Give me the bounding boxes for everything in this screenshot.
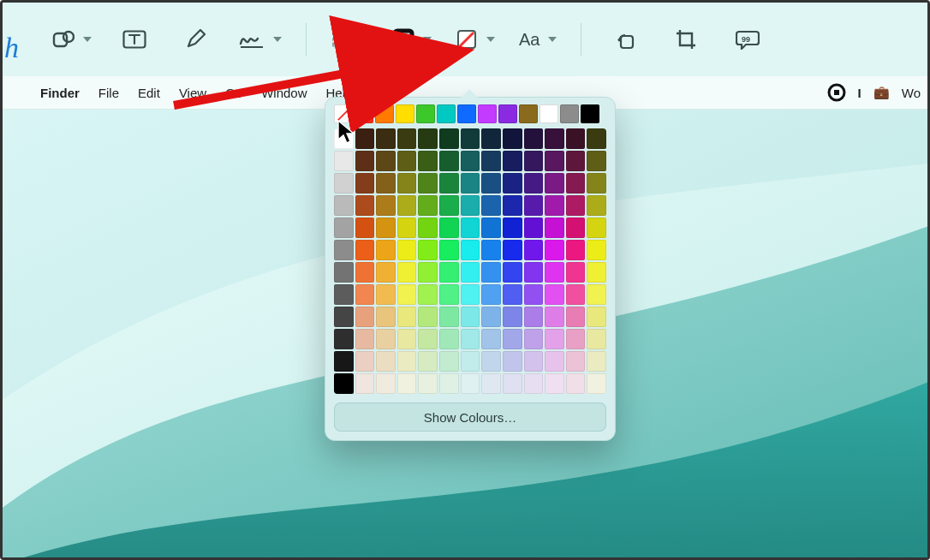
menu-view[interactable]: View [179, 86, 206, 100]
grid-swatch[interactable] [376, 284, 396, 305]
grid-swatch[interactable] [376, 240, 396, 260]
grid-swatch[interactable] [355, 151, 375, 171]
grid-swatch[interactable] [524, 262, 544, 283]
grid-swatch[interactable] [461, 351, 480, 372]
grid-swatch[interactable] [334, 262, 354, 283]
grid-swatch[interactable] [503, 351, 522, 372]
grid-swatch[interactable] [481, 307, 501, 327]
grid-swatch[interactable] [566, 128, 586, 149]
grid-swatch[interactable] [566, 351, 586, 372]
grid-swatch[interactable] [397, 262, 417, 283]
preset-swatch-11[interactable] [581, 104, 599, 123]
preset-swatch-6[interactable] [478, 104, 497, 123]
grid-swatch[interactable] [545, 217, 564, 238]
grid-swatch[interactable] [503, 240, 522, 260]
grid-swatch[interactable] [503, 284, 522, 305]
grid-swatch[interactable] [461, 173, 480, 194]
grid-swatch[interactable] [334, 284, 354, 305]
preset-swatch-9[interactable] [540, 104, 558, 123]
grid-swatch[interactable] [376, 351, 396, 372]
grid-swatch[interactable] [503, 128, 522, 149]
grid-swatch[interactable] [439, 128, 459, 149]
grid-swatch[interactable] [439, 173, 459, 194]
grid-swatch[interactable] [376, 151, 396, 171]
grid-swatch[interactable] [334, 373, 354, 394]
grid-swatch[interactable] [524, 307, 544, 327]
grid-swatch[interactable] [503, 307, 522, 327]
grid-swatch[interactable] [461, 262, 480, 283]
grid-swatch[interactable] [545, 240, 564, 260]
grid-swatch[interactable] [355, 128, 375, 149]
grid-swatch[interactable] [524, 373, 544, 394]
grid-swatch[interactable] [587, 284, 606, 305]
show-colours-button[interactable]: Show Colours… [334, 402, 606, 432]
grid-swatch[interactable] [418, 284, 438, 305]
grid-swatch[interactable] [566, 307, 586, 327]
grid-swatch[interactable] [397, 128, 417, 149]
grid-swatch[interactable] [503, 373, 522, 394]
grid-swatch[interactable] [461, 307, 480, 327]
preset-swatch-8[interactable] [519, 104, 538, 123]
crop-button[interactable] [667, 21, 705, 58]
grid-swatch[interactable] [376, 262, 396, 283]
grid-swatch[interactable] [418, 307, 438, 327]
grid-swatch[interactable] [524, 128, 544, 149]
menu-edit[interactable]: Edit [138, 86, 160, 100]
grid-swatch[interactable] [334, 151, 354, 171]
grid-swatch[interactable] [461, 195, 480, 216]
rotate-button[interactable] [605, 21, 643, 58]
shape-style-button[interactable] [331, 21, 368, 58]
grid-swatch[interactable] [334, 195, 354, 216]
grid-swatch[interactable] [418, 329, 438, 349]
grid-swatch[interactable] [503, 151, 522, 171]
grid-swatch[interactable] [376, 307, 396, 327]
grid-swatch[interactable] [355, 217, 375, 238]
grid-swatch[interactable] [376, 173, 396, 194]
swatch-none[interactable] [334, 104, 353, 123]
grid-swatch[interactable] [334, 351, 354, 372]
grid-swatch[interactable] [524, 329, 544, 349]
signature-button[interactable] [239, 21, 282, 58]
grid-swatch[interactable] [503, 173, 522, 194]
grid-swatch[interactable] [503, 195, 522, 216]
grid-swatch[interactable] [397, 329, 417, 349]
grid-swatch[interactable] [566, 173, 586, 194]
grid-swatch[interactable] [545, 329, 564, 349]
grid-swatch[interactable] [566, 195, 586, 216]
grid-swatch[interactable] [545, 373, 564, 394]
sketch-button[interactable] [177, 21, 215, 58]
grid-swatch[interactable] [587, 195, 606, 216]
grid-swatch[interactable] [566, 373, 586, 394]
grid-swatch[interactable] [545, 262, 564, 283]
grid-swatch[interactable] [355, 307, 375, 327]
grid-swatch[interactable] [439, 373, 459, 394]
grid-swatch[interactable] [439, 329, 459, 349]
grid-swatch[interactable] [355, 240, 375, 260]
grid-swatch[interactable] [587, 373, 606, 394]
grid-swatch[interactable] [524, 195, 544, 216]
grid-swatch[interactable] [418, 195, 438, 216]
grid-swatch[interactable] [355, 284, 375, 305]
grid-swatch[interactable] [418, 217, 438, 238]
grid-swatch[interactable] [566, 151, 586, 171]
grid-swatch[interactable] [334, 329, 354, 349]
grid-swatch[interactable] [587, 351, 606, 372]
grid-swatch[interactable] [587, 240, 606, 260]
grid-swatch[interactable] [376, 217, 396, 238]
grid-swatch[interactable] [587, 307, 606, 327]
grid-swatch[interactable] [355, 173, 375, 194]
grid-swatch[interactable] [418, 240, 438, 260]
grid-swatch[interactable] [397, 217, 417, 238]
grid-swatch[interactable] [355, 329, 375, 349]
grid-swatch[interactable] [439, 351, 459, 372]
preset-swatch-7[interactable] [498, 104, 517, 123]
grid-swatch[interactable] [334, 307, 354, 327]
grid-swatch[interactable] [397, 151, 417, 171]
grid-swatch[interactable] [545, 173, 564, 194]
grid-swatch[interactable] [481, 373, 501, 394]
grid-swatch[interactable] [503, 217, 522, 238]
grid-swatch[interactable] [418, 128, 438, 149]
grid-swatch[interactable] [587, 329, 606, 349]
record-stop-icon[interactable] [827, 83, 846, 102]
grid-swatch[interactable] [397, 173, 417, 194]
